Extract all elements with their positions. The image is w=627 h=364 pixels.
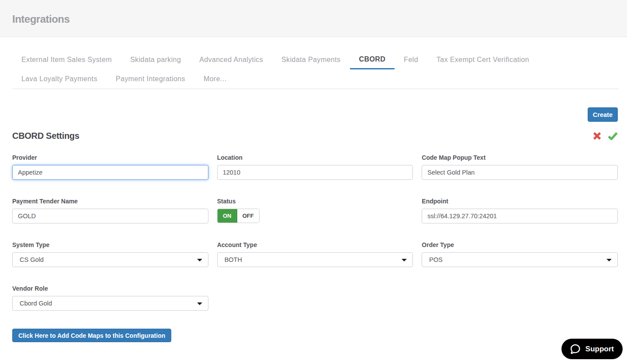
vendor-role-selected-value: Cbord Gold [20,300,52,307]
page-header: Integrations [0,0,627,37]
add-code-maps-button[interactable]: Click Here to Add Code Maps to this Conf… [12,329,171,342]
system-type-field-group: System Type CS Gold [12,241,208,267]
confirm-check-icon[interactable] [608,132,618,140]
code-map-popup-text-label: Code Map Popup Text [422,154,618,161]
chevron-down-icon [197,302,202,305]
tab-payment-integrations[interactable]: Payment Integrations [107,69,194,89]
system-type-label: System Type [12,241,208,249]
tab-skidata-payments[interactable]: Skidata Payments [272,50,350,69]
tab-more[interactable]: More... [194,69,236,89]
cbord-settings-panel: Create CBORD Settings Provider Location [0,107,627,342]
status-on-button[interactable]: ON [217,209,237,223]
chevron-down-icon [606,259,612,261]
tab-cbord[interactable]: CBORD [350,50,395,69]
tab-external-item-sales-system[interactable]: External Item Sales System [12,50,121,69]
provider-field-group: Provider [12,154,208,180]
payment-tender-name-label: Payment Tender Name [12,198,208,205]
payment-tender-name-input[interactable] [12,209,208,223]
support-label: Support [585,345,614,354]
provider-input[interactable] [12,165,208,180]
tab-list: External Item Sales System Skidata parki… [12,50,619,89]
vendor-role-select[interactable]: Cbord Gold [12,296,208,311]
vendor-role-field-group: Vendor Role Cbord Gold [12,285,208,311]
system-type-selected-value: CS Gold [20,256,44,263]
system-type-select[interactable]: CS Gold [12,252,208,267]
tab-tax-exempt-cert-verification[interactable]: Tax Exempt Cert Verification [427,50,538,69]
provider-label: Provider [12,154,208,161]
support-launcher-button[interactable]: Support [561,339,623,359]
status-off-button[interactable]: OFF [237,209,259,223]
cancel-x-icon[interactable] [593,132,601,140]
chevron-down-icon [197,259,202,261]
status-field-group: Status ON OFF [217,198,413,223]
integration-tabs: External Item Sales System Skidata parki… [12,50,619,89]
endpoint-field-group: Endpoint [422,198,618,223]
order-type-label: Order Type [422,241,618,249]
status-label: Status [217,198,413,205]
tab-lava-loyalty-payments[interactable]: Lava Loyalty Payments [12,69,107,89]
location-label: Location [217,154,413,161]
code-map-popup-text-field-group: Code Map Popup Text [422,154,618,180]
tab-advanced-analytics[interactable]: Advanced Analytics [190,50,272,69]
code-map-popup-text-input[interactable] [422,165,618,180]
account-type-select[interactable]: BOTH [217,252,413,267]
order-type-selected-value: POS [429,256,443,263]
location-field-group: Location [217,154,413,180]
tab-feld[interactable]: Feld [395,50,427,69]
order-type-select[interactable]: POS [422,252,618,267]
vendor-role-label: Vendor Role [12,285,208,292]
order-type-field-group: Order Type POS [422,241,618,267]
cbord-settings-form: Provider Location Code Map Popup Text Pa… [12,154,618,329]
payment-tender-name-field-group: Payment Tender Name [12,198,208,223]
account-type-field-group: Account Type BOTH [217,241,413,267]
page-title: Integrations [12,11,69,25]
endpoint-input[interactable] [422,209,618,223]
location-input[interactable] [217,165,413,180]
status-toggle: ON OFF [217,209,260,223]
section-title: CBORD Settings [12,131,80,141]
create-button[interactable]: Create [588,107,618,122]
chevron-down-icon [402,259,407,261]
chat-bubble-icon [569,343,581,355]
account-type-selected-value: BOTH [225,256,242,263]
account-type-label: Account Type [217,241,413,249]
endpoint-label: Endpoint [422,198,618,205]
tab-skidata-parking[interactable]: Skidata parking [121,50,190,69]
